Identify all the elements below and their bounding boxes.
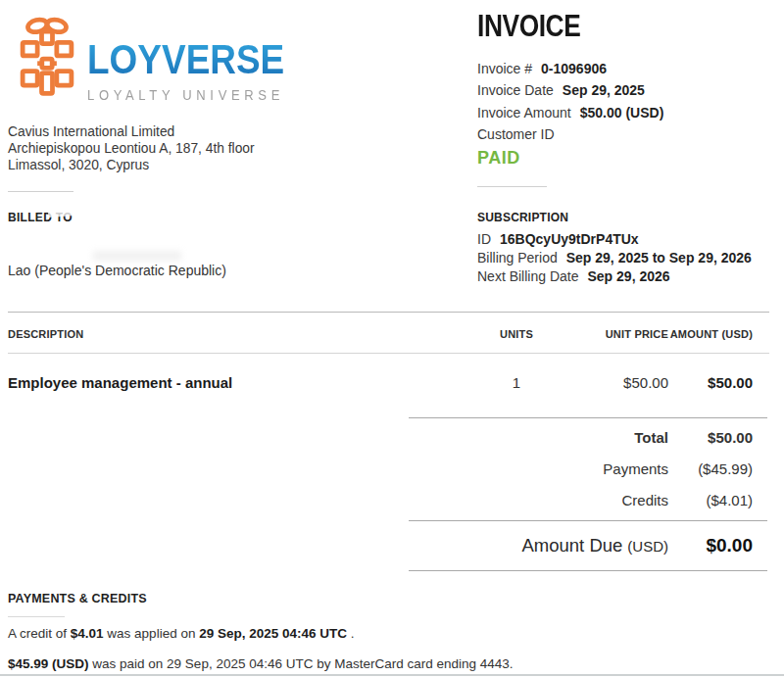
credit-line-middle: was applied on [104, 626, 200, 641]
billed-to-country: Lao (People's Democratic Republic) [8, 263, 226, 278]
next-billing-date-label: Next Billing Date [477, 268, 579, 284]
col-header-description: DESCRIPTION [8, 328, 472, 340]
customer-id-label: Customer ID [477, 126, 555, 142]
col-header-unit-price: UNIT PRICE [561, 328, 668, 340]
paid-line-rest: was paid on 29 Sep, 2025 04:46 UTC by Ma… [89, 656, 514, 671]
brand-wordmark: LOYVERSE [87, 39, 284, 80]
page-bottom-edge [0, 674, 784, 676]
invoice-amount-label: Invoice Amount [477, 105, 571, 121]
items-table: DESCRIPTION UNITS UNIT PRICE AMOUNT (USD… [8, 312, 769, 391]
redaction-overlay [48, 207, 75, 218]
invoice-number-label: Invoice # [477, 61, 532, 76]
totals-section: Total $50.00 Payments ($45.99) Credits (… [409, 417, 767, 571]
customer-id-row: Customer ID [477, 123, 663, 145]
total-label: Total [634, 429, 668, 446]
payments-credits-heading: PAYMENTS & CREDITS [8, 592, 769, 605]
payment-made-line: $45.99 (USD) was paid on 29 Sep, 2025 04… [8, 656, 769, 671]
paid-amount: $45.99 (USD) [8, 656, 89, 671]
invoice-amount-value: $50.00 (USD) [580, 105, 664, 121]
divider [8, 191, 74, 192]
amount-due-value: $0.00 [668, 535, 753, 556]
invoice-amount-row: Invoice Amount$50.00 (USD) [477, 102, 663, 123]
payments-row: Payments ($45.99) [409, 453, 767, 484]
invoice-number-value: 0-1096906 [541, 61, 607, 76]
subscription-id-row: ID16BQcyUy9tDrP4TUx [477, 230, 752, 249]
item-unit-price: $50.00 [561, 374, 668, 391]
billing-period-label: Billing Period [477, 250, 558, 266]
credit-applied-line: A credit of $4.01 was applied on 29 Sep,… [8, 626, 769, 641]
brand-text: LOYVERSE LOYALTY UNIVERSE [87, 17, 312, 103]
items-table-header: DESCRIPTION UNITS UNIT PRICE AMOUNT (USD… [8, 313, 769, 354]
invoice-date-value: Sep 29, 2025 [563, 82, 645, 98]
next-billing-date-value: Sep 29, 2026 [588, 268, 670, 284]
total-row: Total $50.00 [409, 421, 767, 453]
credits-value: ($4.01) [668, 492, 753, 508]
credit-line-suffix: . [347, 626, 355, 641]
credit-line-prefix: A credit of [8, 626, 71, 641]
invoice-page: LOYVERSE LOYALTY UNIVERSE Cavius Interna… [0, 0, 784, 677]
payments-value: ($45.99) [668, 460, 753, 477]
table-row: Employee management - annual 1 $50.00 $5… [8, 354, 769, 391]
gift-box-icon [20, 17, 74, 97]
company-name: Cavius International Limited [8, 123, 255, 140]
subscription-id-label: ID [477, 231, 491, 247]
company-address-line1: Archiepiskopou Leontiou A, 187, 4th floo… [8, 140, 255, 157]
col-header-amount: AMOUNT (USD) [668, 328, 753, 340]
invoice-info: Invoice #0-1096906 Invoice DateSep 29, 2… [477, 58, 663, 146]
divider [477, 186, 547, 187]
item-units: 1 [472, 374, 561, 391]
next-billing-date-row: Next Billing DateSep 29, 2026 [477, 267, 752, 286]
divider [8, 616, 65, 617]
brand-tagline: LOYALTY UNIVERSE [87, 87, 296, 103]
loyverse-logo: LOYVERSE LOYALTY UNIVERSE [20, 17, 312, 103]
item-description: Employee management - annual [8, 374, 472, 391]
billing-period-value: Sep 29, 2025 to Sep 29, 2026 [566, 250, 752, 266]
item-amount: $50.00 [668, 374, 753, 391]
company-address: Cavius International Limited Archiepisko… [8, 123, 255, 173]
payments-credits-section: PAYMENTS & CREDITS A credit of $4.01 was… [8, 592, 769, 671]
invoice-title: INVOICE [477, 9, 580, 44]
amount-due-row: Amount Due (USD) $0.00 [409, 521, 767, 571]
invoice-date-row: Invoice DateSep 29, 2025 [477, 79, 663, 101]
company-address-line2: Limassol, 3020, Cyprus [8, 157, 255, 173]
redaction-smudge [93, 251, 181, 261]
payments-label: Payments [603, 460, 668, 477]
amount-due-label: Amount Due [521, 535, 622, 556]
subscription-section: SUBSCRIPTION ID16BQcyUy9tDrP4TUx Billing… [477, 211, 752, 287]
credits-label: Credits [621, 492, 668, 508]
subscription-rows: ID16BQcyUy9tDrP4TUx Billing PeriodSep 29… [477, 230, 752, 287]
billed-to-section: BILLED TO [8, 211, 73, 224]
credit-date: 29 Sep, 2025 04:46 UTC [199, 626, 347, 641]
status-badge: PAID [477, 148, 520, 169]
invoice-date-label: Invoice Date [477, 82, 554, 98]
col-header-units: UNITS [472, 328, 561, 340]
total-value: $50.00 [668, 429, 753, 446]
subscription-heading: SUBSCRIPTION [477, 211, 752, 224]
subscription-id-value: 16BQcyUy9tDrP4TUx [500, 231, 639, 247]
credits-row: Credits ($4.01) [409, 484, 767, 515]
invoice-number-row: Invoice #0-1096906 [477, 58, 663, 79]
credit-amount: $4.01 [71, 626, 104, 641]
amount-due-currency: (USD) [627, 538, 668, 555]
billing-period-row: Billing PeriodSep 29, 2025 to Sep 29, 20… [477, 249, 752, 267]
